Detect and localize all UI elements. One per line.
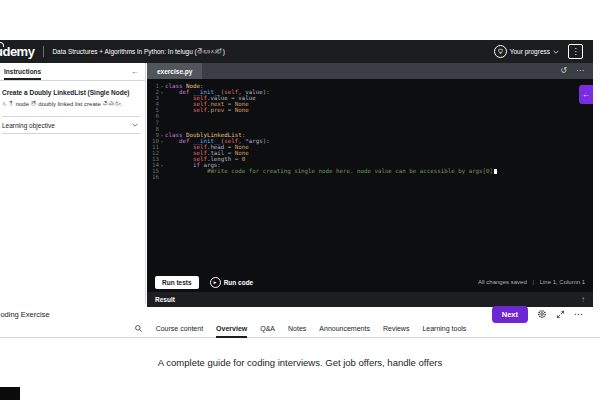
collapse-panel-icon[interactable]: ← — [131, 67, 139, 76]
saved-status: All changes saved — [478, 279, 527, 285]
instructions-tabbar: Instructions ← — [0, 63, 145, 81]
exercise-title: Create a Doubly LinkedList (Single Node) — [2, 89, 140, 96]
tab-instructions[interactable]: Instructions — [4, 63, 41, 80]
up-arrow-icon[interactable]: ↑ — [581, 295, 585, 304]
chevron-down-icon — [132, 123, 138, 127]
trophy-icon — [494, 45, 507, 58]
chevron-down-icon — [553, 50, 559, 54]
tab-q-a[interactable]: Q&A — [260, 319, 275, 337]
top-header: udemy Data Structures + Algorithms in Py… — [0, 40, 593, 63]
code-line-16[interactable]: 16 — [147, 174, 593, 180]
cursor-position: Line 1, Column 1 — [540, 279, 585, 285]
text-cursor — [494, 169, 497, 174]
fold-spacer — [159, 175, 165, 181]
instructions-panel: Instructions ← Create a Doubly LinkedLis… — [0, 63, 146, 304]
more-options-icon[interactable]: ⋯ — [574, 309, 583, 319]
tab-reviews[interactable]: Reviews — [383, 319, 409, 337]
kebab-icon: ⋮ — [572, 48, 580, 56]
udemy-coding-exercise-page: udemy Data Structures + Algorithms in Py… — [0, 0, 600, 400]
settings-gear-icon[interactable] — [537, 309, 547, 319]
run-tests-button[interactable]: Run tests — [155, 276, 199, 289]
result-label: Result — [155, 296, 175, 303]
editor-more-options-icon[interactable]: ⋯ — [576, 67, 584, 75]
editor-controls: Run tests ▸ Run code All changes saved |… — [147, 272, 593, 292]
udemy-logo[interactable]: udemy — [0, 44, 34, 59]
reset-code-icon[interactable]: ↺ — [560, 67, 567, 75]
course-tabbar: Course contentOverviewQ&ANotesAnnounceme… — [0, 319, 600, 338]
code-area[interactable]: 1▾class Node:2▾ def __init__(self, value… — [147, 79, 593, 181]
your-progress-dropdown[interactable]: Your progress — [494, 45, 559, 58]
exercise-description: ఒకే node తో doubly linked list create చే… — [2, 101, 140, 107]
tab-overview[interactable]: Overview — [216, 319, 247, 337]
code-editor: exercise.py ↺ ⋯ 1▾class Node:2▾ def __in… — [147, 63, 593, 292]
header-kebab-menu[interactable]: ⋮ — [568, 44, 583, 59]
editor-tabstrip: exercise.py ↺ ⋯ — [147, 63, 593, 79]
file-tab-exercise-py[interactable]: exercise.py — [147, 63, 202, 79]
assistant-collapse-button[interactable]: ← — [579, 85, 593, 104]
course-tagline: A complete guide for coding interviews. … — [0, 357, 600, 368]
course-breadcrumb[interactable]: Data Structures + Algorithms in Python: … — [52, 48, 225, 55]
play-icon: ▸ — [210, 277, 221, 288]
learning-objective-section[interactable]: Learning objective — [2, 116, 140, 134]
editor-status: All changes saved | Line 1, Column 1 — [478, 279, 585, 285]
run-code-button[interactable]: ▸ Run code — [210, 277, 254, 288]
tab-course-content[interactable]: Course content — [156, 319, 203, 337]
tab-announcements[interactable]: Announcements — [319, 319, 370, 337]
tab-learning-tools[interactable]: Learning tools — [422, 319, 466, 337]
tab-notes[interactable]: Notes — [288, 319, 306, 337]
run-code-label: Run code — [224, 279, 254, 286]
your-progress-label: Your progress — [510, 48, 550, 55]
expand-fullscreen-icon[interactable] — [556, 310, 565, 319]
video-player-corner-fragment — [0, 387, 20, 400]
lecture-title: Coding Exercise — [0, 310, 50, 319]
learning-objective-label: Learning objective — [2, 122, 55, 129]
arrow-left-icon: ← — [582, 90, 590, 99]
header-divider — [43, 46, 44, 57]
search-icon[interactable] — [134, 324, 143, 333]
